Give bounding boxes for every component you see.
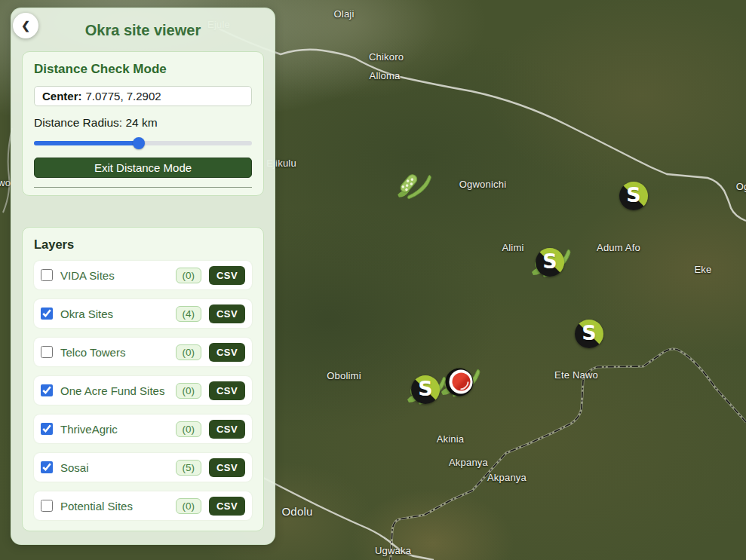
map-place-label: Odolu [281, 505, 312, 518]
sosai-okra-marker[interactable]: S [527, 244, 573, 280]
layer-row-sosai: Sosai (5) CSV [34, 453, 252, 482]
layer-label: Sosai [60, 461, 89, 474]
layer-count-badge: (4) [176, 306, 202, 322]
exit-distance-mode-button[interactable]: Exit Distance Mode [34, 158, 252, 178]
back-button[interactable]: ❮ [13, 13, 38, 38]
map-place-label: Chikoro [369, 51, 404, 63]
layer-label: Potential Sites [60, 500, 133, 513]
distance-radius-label: Distance Radius: 24 km [34, 116, 252, 130]
layer-row-thriveagric: ThriveAgric (0) CSV [34, 415, 252, 443]
csv-button-sosai[interactable]: CSV [209, 458, 245, 477]
side-panel: ❮ Okra site viewer Distance Check Mode C… [11, 8, 275, 545]
layer-label: Okra Sites [60, 308, 113, 320]
red-logo-okra-marker[interactable] [437, 364, 482, 400]
csv-button-okra-sites[interactable]: CSV [209, 304, 245, 323]
map-place-label: Akinia [437, 433, 465, 445]
layer-count-badge: (5) [176, 460, 202, 476]
center-label: Center: [42, 90, 82, 103]
layer-count-badge: (0) [176, 344, 202, 360]
csv-button-telco-towers[interactable]: CSV [209, 343, 245, 362]
layer-checkbox-potential-sites[interactable] [41, 500, 53, 512]
map-place-label: Adum Afo [597, 242, 640, 253]
layer-checkbox-sosai[interactable] [41, 461, 53, 473]
sosai-site-marker[interactable]: S [575, 320, 603, 348]
divider [34, 187, 252, 188]
okra-pods-icon [394, 170, 433, 202]
chevron-left-icon: ❮ [21, 20, 30, 32]
sosai-logo-icon: S [411, 375, 440, 404]
layers-heading: Layers [34, 237, 252, 252]
center-coordinates-field: Center: 7.0775, 7.2902 [34, 86, 252, 106]
csv-button-potential-sites[interactable]: CSV [209, 497, 245, 516]
slider-fill [34, 141, 139, 145]
layer-checkbox-thriveagric[interactable] [41, 423, 53, 435]
map-place-label: awo [0, 177, 11, 188]
map-place-label: Ugwaka [375, 545, 411, 556]
layer-count-badge: (0) [176, 268, 202, 283]
layer-label: Telco Towers [60, 346, 125, 359]
map-place-label: Akpanya [487, 472, 526, 483]
layer-checkbox-one-acre-fund[interactable] [41, 384, 53, 396]
layer-row-one-acre-fund: One Acre Fund Sites (0) CSV [34, 376, 252, 405]
sosai-logo-icon: S [536, 248, 564, 277]
layer-row-potential-sites: Potential Sites (0) CSV [34, 491, 252, 520]
csv-button-one-acre-fund[interactable]: CSV [209, 381, 245, 400]
map-place-label: Ogwonichi [459, 179, 507, 190]
layer-label: ThriveAgric [60, 423, 118, 436]
layer-label: One Acre Fund Sites [60, 384, 164, 397]
map-place-label: Olaji [333, 8, 354, 20]
layer-count-badge: (0) [176, 421, 202, 437]
sosai-logo-icon: S [575, 320, 603, 348]
layer-label: VIDA Sites [60, 269, 115, 282]
red-partner-logo-icon [446, 369, 474, 396]
map-place-label: Ete Nawo [554, 369, 598, 381]
layer-row-telco-towers: Telco Towers (0) CSV [34, 338, 252, 366]
sosai-logo-icon: S [619, 182, 648, 210]
map-place-label: Alloma [370, 70, 401, 81]
map-place-label: Obolimi [327, 370, 361, 381]
csv-button-vida-sites[interactable]: CSV [209, 266, 245, 285]
layer-count-badge: (0) [176, 498, 202, 514]
layers-card: Layers VIDA Sites (0) CSV Okra Sites (4)… [22, 227, 264, 531]
layer-checkbox-okra-sites[interactable] [41, 308, 53, 320]
map-place-label: Ogbe [736, 181, 746, 192]
layer-checkbox-vida-sites[interactable] [41, 269, 53, 281]
okra-site-marker[interactable] [394, 170, 433, 202]
sosai-site-marker[interactable]: S [619, 182, 648, 210]
layer-row-okra-sites: Okra Sites (4) CSV [34, 299, 252, 328]
layer-row-vida-sites: VIDA Sites (0) CSV [34, 261, 252, 289]
radius-slider-thumb[interactable] [133, 137, 145, 149]
okra-site-viewer-app: { "panel": { "title": "Okra site viewer"… [0, 0, 746, 560]
map-place-label: Eke [694, 264, 711, 275]
radius-slider[interactable] [34, 137, 252, 149]
layer-count-badge: (0) [176, 383, 202, 399]
distance-card-heading: Distance Check Mode [34, 62, 252, 77]
map-place-label: Akpanya [449, 457, 488, 468]
distance-check-card: Distance Check Mode Center: 7.0775, 7.29… [22, 51, 264, 196]
panel-title: Okra site viewer [22, 22, 264, 39]
map-place-label: Alimi [502, 242, 523, 253]
center-value: 7.0775, 7.2902 [86, 90, 161, 103]
csv-button-thriveagric[interactable]: CSV [209, 420, 245, 439]
layer-checkbox-telco-towers[interactable] [41, 346, 53, 358]
